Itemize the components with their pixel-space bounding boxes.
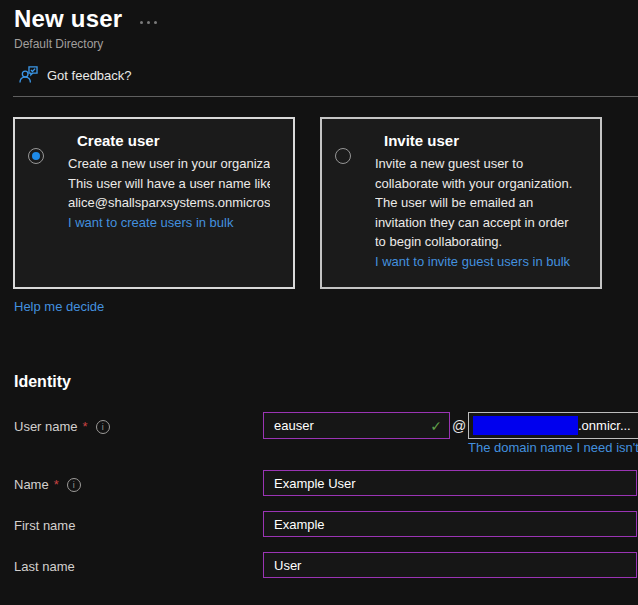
header-divider — [13, 96, 638, 97]
user-name-label: User name * i — [14, 419, 110, 434]
help-me-decide-link[interactable]: Help me decide — [14, 299, 104, 314]
feedback-label: Got feedback? — [47, 68, 132, 83]
user-name-input[interactable]: eauser ✓ — [263, 412, 450, 439]
last-name-label: Last name — [14, 559, 75, 574]
info-icon[interactable]: i — [67, 478, 81, 492]
name-input[interactable]: Example User — [263, 470, 637, 496]
feedback-icon — [19, 66, 38, 84]
invite-user-title: Invite user — [375, 132, 577, 149]
bulk-create-link[interactable]: I want to create users in bulk — [68, 213, 270, 233]
bulk-invite-link[interactable]: I want to invite guest users in bulk — [375, 252, 577, 272]
required-marker: * — [83, 419, 88, 434]
more-options-icon[interactable] — [138, 19, 159, 26]
create-user-radio[interactable] — [28, 148, 44, 164]
identity-heading: Identity — [14, 373, 71, 391]
user-type-cards: Create user Create a new user in your or… — [13, 117, 602, 289]
at-sign: @ — [452, 418, 466, 434]
invite-user-desc-line: invitation they can accept in order — [375, 213, 577, 233]
directory-subtitle: Default Directory — [14, 37, 103, 51]
first-name-label: First name — [14, 518, 75, 533]
invite-user-desc-line: The user will be emailed an — [375, 193, 577, 213]
invite-user-desc-line: collaborate with your organization. — [375, 174, 577, 194]
domain-dropdown[interactable]: .onmicr... — [468, 412, 638, 439]
invite-user-card[interactable]: Invite user Invite a new guest user to c… — [320, 117, 602, 289]
last-name-input[interactable]: User — [263, 552, 637, 578]
got-feedback-button[interactable]: Got feedback? — [19, 66, 132, 84]
create-user-title: Create user — [68, 132, 270, 149]
page-title: New user — [14, 5, 122, 33]
create-user-desc-line: alice@shallsparxsystems.onmicrosoft.com. — [68, 193, 270, 213]
valid-check-icon: ✓ — [430, 418, 442, 434]
domain-not-listed-link[interactable]: The domain name I need isn't — [468, 440, 638, 455]
create-user-desc-line: This user will have a user name like — [68, 174, 270, 194]
domain-selected-text[interactable] — [473, 416, 578, 435]
info-icon[interactable]: i — [96, 420, 110, 434]
invite-user-desc-line: to begin collaborating. — [375, 232, 577, 252]
domain-suffix: .onmicr... — [578, 418, 631, 433]
invite-user-desc-line: Invite a new guest user to — [375, 154, 577, 174]
create-user-desc-line: Create a new user in your organization. — [68, 154, 270, 174]
create-user-card[interactable]: Create user Create a new user in your or… — [13, 117, 295, 289]
first-name-input[interactable]: Example — [263, 511, 637, 537]
name-label: Name * i — [14, 477, 81, 492]
invite-user-radio[interactable] — [335, 148, 351, 164]
required-marker: * — [54, 477, 59, 492]
